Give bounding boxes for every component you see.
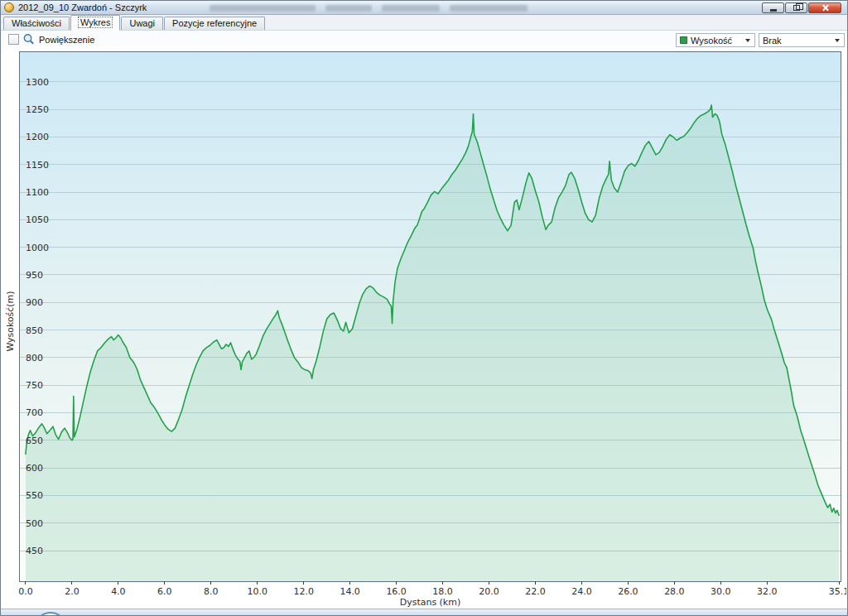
redacted-title-text <box>450 5 528 12</box>
svg-text:0.0: 0.0 <box>18 586 32 597</box>
svg-text:450: 450 <box>26 546 43 556</box>
svg-text:1150: 1150 <box>26 160 49 171</box>
svg-text:2.0: 2.0 <box>65 586 79 597</box>
svg-text:950: 950 <box>26 270 43 281</box>
app-window: 2012_09_10 Zwardoń - Szczyrk Właściwości… <box>0 0 848 616</box>
redacted-title-text <box>210 5 316 12</box>
svg-text:1300: 1300 <box>26 77 49 88</box>
svg-text:1200: 1200 <box>26 132 49 142</box>
svg-text:20.0: 20.0 <box>479 586 499 597</box>
tab-wykres[interactable]: Wykres <box>70 15 121 31</box>
chevron-down-icon <box>835 39 840 42</box>
svg-text:1000: 1000 <box>26 243 49 253</box>
svg-text:Dystans (km): Dystans (km) <box>400 597 460 608</box>
svg-text:1250: 1250 <box>26 104 49 115</box>
svg-text:14.0: 14.0 <box>340 586 359 597</box>
elevation-profile-chart: 4505005506006507007508008509009501000105… <box>2 49 846 609</box>
window-title: 2012_09_10 Zwardoń - Szczyrk <box>18 1 147 15</box>
svg-text:18.0: 18.0 <box>432 586 452 597</box>
series-select[interactable]: Wysokość <box>676 33 755 47</box>
svg-text:6.0: 6.0 <box>157 586 171 597</box>
svg-text:16.0: 16.0 <box>386 586 406 597</box>
svg-text:24.0: 24.0 <box>571 586 591 597</box>
svg-text:12.0: 12.0 <box>293 586 313 597</box>
tab-uwagi[interactable]: Uwagi <box>121 17 163 30</box>
svg-text:35.1: 35.1 <box>829 586 846 597</box>
svg-text:Wysokość(m): Wysokość(m) <box>5 291 16 351</box>
series-swatch <box>680 36 687 44</box>
svg-text:22.0: 22.0 <box>525 586 545 597</box>
close-button[interactable] <box>808 2 841 13</box>
chevron-down-icon <box>745 39 750 42</box>
chart-toolbar: Powiększenie Wysokość Brak <box>2 31 846 49</box>
magnifier-icon <box>22 33 36 46</box>
svg-text:750: 750 <box>26 380 43 391</box>
svg-text:600: 600 <box>26 463 43 474</box>
series-select-value: Wysokość <box>691 36 743 46</box>
window-controls <box>762 2 841 13</box>
overlay-select[interactable]: Brak <box>759 33 845 47</box>
window-bottom-border <box>1 609 847 615</box>
svg-text:700: 700 <box>26 407 43 418</box>
redacted-title-text <box>382 5 440 12</box>
svg-text:30.0: 30.0 <box>711 586 730 597</box>
svg-text:500: 500 <box>26 518 43 529</box>
svg-text:650: 650 <box>26 436 43 446</box>
svg-text:8.0: 8.0 <box>204 586 218 597</box>
svg-text:4.0: 4.0 <box>111 586 125 597</box>
zoom-checkbox[interactable] <box>8 34 19 45</box>
minimize-icon <box>770 9 777 12</box>
svg-text:550: 550 <box>26 490 43 501</box>
restore-icon <box>793 5 800 11</box>
chart-plot-area[interactable]: 4505005506006507007508008509009501000105… <box>2 49 846 609</box>
svg-text:800: 800 <box>26 353 43 363</box>
title-bar: 2012_09_10 Zwardoń - Szczyrk <box>1 1 847 15</box>
svg-text:900: 900 <box>26 297 43 308</box>
zoom-label: Powiększenie <box>39 35 94 45</box>
svg-text:32.0: 32.0 <box>757 586 777 597</box>
partial-circle-decoration <box>34 612 67 615</box>
minimize-button[interactable] <box>762 2 784 13</box>
svg-text:1050: 1050 <box>26 214 49 225</box>
tab-bar: Właściwości Wykres Uwagi Pozycje referen… <box>1 15 847 31</box>
redacted-title-text <box>325 5 372 12</box>
svg-text:28.0: 28.0 <box>664 586 684 597</box>
app-icon <box>4 2 14 12</box>
tab-pozycje-referencyjne[interactable]: Pozycje referencyjne <box>164 17 265 30</box>
close-icon <box>822 4 829 12</box>
restore-button[interactable] <box>785 2 807 13</box>
svg-text:1100: 1100 <box>26 187 49 198</box>
svg-text:10.0: 10.0 <box>248 586 267 597</box>
overlay-select-value: Brak <box>763 36 832 46</box>
svg-text:26.0: 26.0 <box>618 586 638 597</box>
svg-text:850: 850 <box>26 325 43 336</box>
tab-wlasciwosci[interactable]: Właściwości <box>3 17 70 30</box>
